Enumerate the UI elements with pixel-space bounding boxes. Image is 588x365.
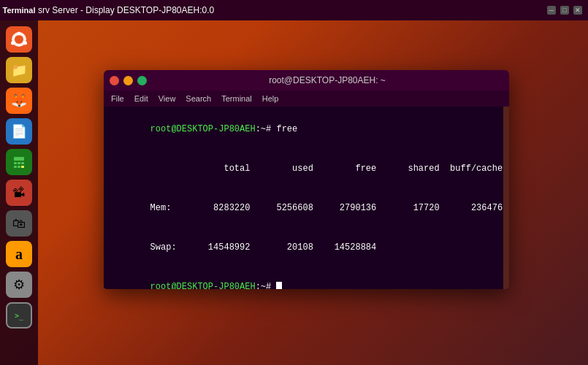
prompt-separator-2: :~# (256, 282, 277, 289)
taskbar-label: Terminal (2, 6, 35, 15)
terminal-title: root@DESKTOP-JP80AEH: ~ (151, 75, 503, 85)
terminal-window: root@DESKTOP-JP80AEH: ~ File Edit View S… (104, 70, 509, 289)
menu-terminal[interactable]: Terminal (217, 93, 256, 104)
minimize-button[interactable]: ─ (547, 6, 556, 15)
terminal-content[interactable]: root@DESKTOP-JP80AEH:~# free total used … (104, 107, 509, 289)
sidebar-icon-presentation[interactable]: 📽 (6, 180, 32, 206)
calc-icon (11, 154, 27, 170)
win-minimize-button[interactable] (123, 76, 133, 85)
term-mem-row: Mem: 8283220 5256608 2790136 17720 23647… (108, 188, 505, 228)
menu-edit[interactable]: Edit (130, 93, 153, 104)
svg-rect-13 (18, 166, 20, 168)
menu-bar: File Edit View Search Terminal Help (104, 91, 509, 107)
svg-rect-9 (14, 162, 17, 164)
svg-rect-11 (21, 162, 24, 164)
prompt-2: root@DESKTOP-JP80AEH (150, 282, 256, 289)
prompt-separator-1: :~# (256, 124, 277, 134)
svg-rect-8 (14, 157, 24, 161)
svg-rect-12 (14, 166, 17, 168)
svg-point-5 (23, 42, 27, 45)
menu-help[interactable]: Help (258, 93, 283, 104)
win-maximize-button[interactable] (137, 76, 147, 85)
sidebar: 📁 🦊 📄 📽 🛍 a ⚙ >_ (0, 20, 38, 365)
sidebar-icon-terminal[interactable]: >_ (6, 302, 32, 328)
svg-point-3 (15, 35, 23, 44)
svg-point-6 (11, 42, 15, 45)
table-header: total used free shared buff/cache availa… (150, 164, 509, 174)
scrollbar[interactable] (503, 107, 509, 289)
command-text: free (276, 124, 297, 134)
mem-row: Mem: 8283220 5256608 2790136 17720 23647… (150, 203, 509, 213)
ubuntu-logo-icon (11, 31, 27, 47)
term-swap-row: Swap: 14548992 20108 14528884 (108, 228, 505, 267)
sidebar-icon-calc[interactable] (6, 149, 32, 175)
menu-search[interactable]: Search (181, 93, 215, 104)
window-titlebar: root@DESKTOP-JP80AEH: ~ (104, 70, 509, 91)
prompt-1: root@DESKTOP-JP80AEH (150, 124, 256, 134)
win-close-button[interactable] (110, 76, 119, 85)
sidebar-icon-amazon[interactable]: a (6, 241, 32, 267)
sidebar-icon-document[interactable]: 📄 (6, 118, 32, 145)
sidebar-icon-firefox[interactable]: 🦊 (6, 88, 32, 114)
term-line-prompt: root@DESKTOP-JP80AEH:~# (108, 267, 505, 289)
term-header-row: total used free shared buff/cache availa… (108, 149, 505, 188)
restore-button[interactable]: □ (560, 6, 569, 15)
svg-point-4 (18, 32, 21, 36)
term-line-1: root@DESKTOP-JP80AEH:~# free (108, 110, 505, 149)
sidebar-icon-settings[interactable]: ⚙ (6, 272, 32, 298)
main-area: root@DESKTOP-JP80AEH: ~ File Edit View S… (38, 20, 588, 365)
sidebar-icon-ubuntu[interactable] (6, 26, 32, 53)
menu-view[interactable]: View (154, 93, 180, 104)
sidebar-icon-files[interactable]: 📁 (6, 57, 32, 83)
close-button[interactable]: ✕ (573, 6, 582, 15)
terminal-cursor (276, 282, 282, 289)
svg-rect-14 (21, 166, 24, 168)
sidebar-icon-store[interactable]: 🛍 (6, 210, 32, 237)
svg-rect-10 (18, 162, 20, 164)
window-controls: ─ □ ✕ (547, 6, 582, 15)
swap-row: Swap: 14548992 20108 14528884 (150, 242, 377, 253)
window-title: VcXsrv Server - Display DESKTOP-JP80AEH:… (22, 5, 547, 15)
menu-file[interactable]: File (107, 93, 129, 104)
top-bar: VcXsrv Server - Display DESKTOP-JP80AEH:… (0, 0, 588, 20)
